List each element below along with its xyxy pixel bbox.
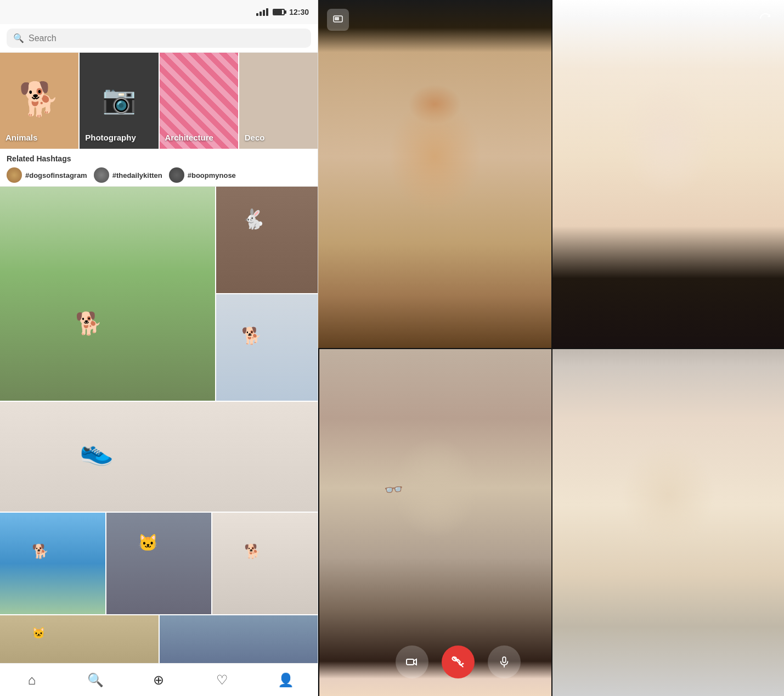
photo-cat-laptop[interactable]: [106, 513, 212, 614]
left-panel: 12:30 🔍 Animals Photography Architecture…: [0, 0, 318, 696]
category-item-deco[interactable]: Deco: [239, 53, 318, 149]
bottom-nav: ⌂ 🔍 ⊕ ♡ 👤: [0, 663, 318, 696]
svg-rect-4: [503, 657, 506, 663]
flip-camera-icon: [759, 12, 772, 25]
photo-landscape[interactable]: [160, 615, 318, 663]
signal-icon: [256, 8, 268, 16]
screen-share-icon: [332, 14, 343, 25]
nav-add[interactable]: ⊕: [145, 667, 172, 693]
call-controls-bar: [396, 646, 521, 678]
hashtags-title: Related Hashtags: [7, 154, 311, 163]
nav-home[interactable]: ⌂: [19, 667, 45, 693]
photo-dog-run[interactable]: [0, 187, 215, 401]
video-inner-br: [552, 349, 785, 696]
video-cell-bottom-right: [551, 348, 785, 696]
end-call-icon: [451, 655, 465, 669]
video-cell-top-right: [551, 0, 785, 348]
screen-share-button[interactable]: [327, 9, 349, 31]
hashtag-avatar-cats: [94, 167, 109, 183]
svg-rect-2: [407, 659, 414, 665]
photo-col-right: [216, 187, 318, 401]
svg-line-3: [453, 657, 462, 666]
home-icon: ⌂: [28, 672, 36, 688]
photo-row-3: [0, 513, 318, 614]
category-label-photography: Photography: [85, 133, 136, 142]
hashtag-item-cats[interactable]: #thedailykitten: [94, 167, 162, 183]
heart-icon: ♡: [216, 672, 228, 688]
microphone-icon: [498, 656, 510, 668]
search-bar: 🔍: [0, 24, 318, 53]
hashtag-avatar-dogs: [7, 167, 22, 183]
category-item-photography[interactable]: Photography: [80, 53, 158, 149]
photo-cat-bottom[interactable]: [0, 615, 159, 663]
mic-toggle-button[interactable]: [488, 646, 521, 678]
search-input-container[interactable]: 🔍: [7, 29, 311, 48]
photo-row-shoes: [0, 402, 318, 512]
photo-shoes[interactable]: [0, 402, 318, 512]
hashtag-avatar-boop: [169, 167, 184, 183]
nav-profile[interactable]: 👤: [273, 667, 299, 693]
end-call-button[interactable]: [442, 646, 475, 678]
search-input[interactable]: [29, 33, 304, 43]
video-cell-bottom-left: 👓: [318, 348, 551, 696]
svg-rect-1: [335, 17, 339, 20]
hashtag-text-dogs: #dogsofinstagram: [25, 171, 87, 179]
hashtag-text-boop: #boopmynose: [188, 171, 236, 179]
glasses-icon: 👓: [383, 480, 404, 500]
photo-dog-leash[interactable]: [0, 513, 105, 614]
hashtag-item-dogs[interactable]: #dogsofinstagram: [7, 167, 87, 183]
category-item-architecture[interactable]: Architecture: [160, 53, 238, 149]
video-inner-tl: [318, 0, 551, 348]
photo-rabbit[interactable]: [216, 187, 318, 293]
photo-row-4: [0, 615, 318, 663]
photo-dog-snow[interactable]: [216, 294, 318, 401]
video-toggle-button[interactable]: [396, 646, 428, 678]
category-item-animals[interactable]: Animals: [0, 53, 78, 149]
hashtags-row: #dogsofinstagram #thedailykitten #boopmy…: [7, 167, 311, 183]
category-label-deco: Deco: [245, 133, 265, 142]
video-cell-top-left: [318, 0, 551, 348]
status-time: 12:30: [289, 8, 309, 16]
nav-heart[interactable]: ♡: [209, 667, 235, 693]
status-bar: 12:30: [0, 0, 318, 24]
category-label-architecture: Architecture: [165, 133, 213, 142]
search-icon: 🔍: [13, 33, 24, 43]
battery-icon: [273, 9, 285, 15]
category-grid: Animals Photography Architecture Deco: [0, 53, 318, 149]
photo-dog-bed[interactable]: [212, 513, 318, 614]
photo-row-1: [0, 187, 318, 401]
flip-camera-button[interactable]: [755, 9, 775, 29]
nav-search[interactable]: 🔍: [82, 667, 109, 693]
video-inner-bl: 👓: [319, 349, 551, 696]
hashtag-text-cats: #thedailykitten: [112, 171, 162, 179]
category-label-animals: Animals: [5, 133, 37, 142]
photo-grid: [0, 187, 318, 663]
search-nav-icon: 🔍: [87, 672, 104, 688]
right-panel: 👓: [318, 0, 784, 696]
hashtags-section: Related Hashtags #dogsofinstagram #theda…: [0, 149, 318, 187]
video-inner-tr: [552, 0, 785, 348]
add-icon: ⊕: [153, 672, 164, 688]
profile-icon: 👤: [278, 672, 294, 688]
hashtag-item-boop[interactable]: #boopmynose: [169, 167, 236, 183]
video-camera-icon: [405, 655, 419, 669]
